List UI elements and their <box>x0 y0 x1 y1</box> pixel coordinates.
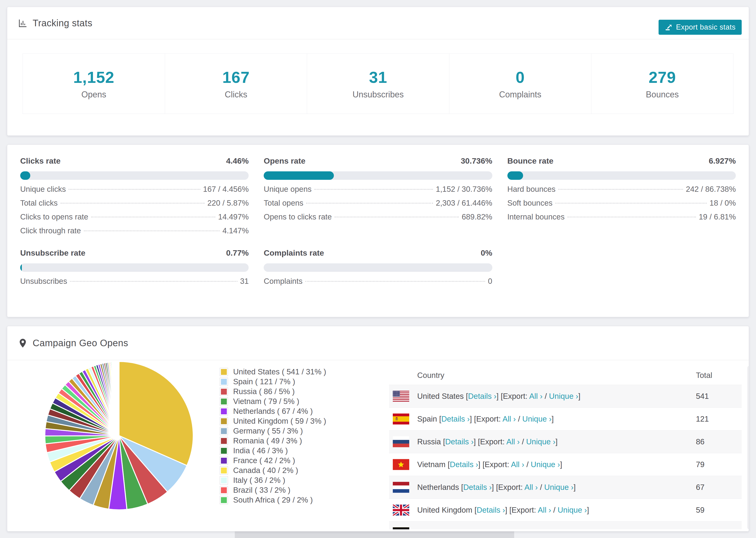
country-cell: United Kingdom [Details ›] [Export: All … <box>389 506 696 514</box>
legend-label: United Kingdom ( 59 / 3% ) <box>233 417 326 426</box>
export-all-link[interactable]: All › <box>524 483 538 492</box>
geo-header: Campaign Geo Opens <box>7 326 749 360</box>
rate-progress-track <box>264 171 492 180</box>
legend-item-india: India ( 46 / 3% ) <box>220 446 326 456</box>
total-cell: 121 <box>696 414 742 423</box>
rate-detail-value: 19 / 6.81% <box>699 212 736 222</box>
table-row-netherlands: Netherlands [Details ›] [Export: All › /… <box>389 476 742 499</box>
details-link[interactable]: Details › <box>450 460 478 469</box>
rate-detail-label: Unsubscribes <box>20 277 67 286</box>
rate-detail-value: 18 / 0% <box>710 198 736 208</box>
rate-block-unsubscribe-rate: Unsubscribe rate0.77%Unsubscribes31 <box>20 248 249 286</box>
rate-detail-rows: Unique opens1,152 / 30.736%Total opens2,… <box>264 185 492 222</box>
legend-swatch <box>220 388 228 396</box>
legend-label: United States ( 541 / 31% ) <box>233 367 326 376</box>
legend-swatch <box>220 378 228 386</box>
legend-item-brazil: Brazil ( 33 / 2% ) <box>220 485 326 495</box>
legend-item-south-africa: South Africa ( 29 / 2% ) <box>220 495 326 505</box>
dotted-leader <box>314 189 433 190</box>
legend-label: India ( 46 / 3% ) <box>233 446 288 455</box>
country-cell: Russia [Details ›] [Export: All › / Uniq… <box>389 437 696 446</box>
rate-value: 0% <box>481 248 492 257</box>
details-link[interactable]: Details › <box>468 392 496 401</box>
stat-tile-unsubscribes: 31Unsubscribes <box>307 54 449 114</box>
legend-swatch <box>220 457 228 465</box>
legend-label: Canada ( 40 / 2% ) <box>233 466 298 475</box>
rate-detail-row: Hard bounces242 / 86.738% <box>507 185 736 194</box>
legend-label: Brazil ( 33 / 2% ) <box>233 486 291 495</box>
table-body: United States [Details ›] [Export: All ›… <box>389 385 742 529</box>
rate-detail-label: Opens to clicks rate <box>264 212 332 222</box>
legend-item-united-kingdom: United Kingdom ( 59 / 3% ) <box>220 416 326 426</box>
export-all-link[interactable]: All › <box>538 506 551 514</box>
total-cell: 59 <box>696 506 742 514</box>
rate-detail-rows: Unique clicks167 / 4.456%Total clicks220… <box>20 185 249 236</box>
details-link[interactable]: Details › <box>477 506 505 514</box>
legend-label: France ( 42 / 2% ) <box>233 456 295 465</box>
rate-detail-value: 31 <box>240 277 249 286</box>
details-link[interactable]: Details › <box>445 437 473 446</box>
pie-legend: United States ( 541 / 31% )Spain ( 121 /… <box>220 367 326 505</box>
stat-value: 0 <box>515 68 525 86</box>
dotted-leader <box>335 217 459 217</box>
country-cell: Netherlands [Details ›] [Export: All › /… <box>389 483 696 492</box>
export-unique-link[interactable]: Unique › <box>526 437 556 446</box>
rate-block-complaints-rate: Complaints rate0%Complaints0 <box>264 248 492 286</box>
export-all-link[interactable]: All › <box>503 414 516 423</box>
export-all-link[interactable]: All › <box>511 460 524 469</box>
export-all-link[interactable]: All › <box>529 392 543 401</box>
legend-swatch <box>220 417 228 425</box>
rate-detail-label: Total clicks <box>20 198 58 208</box>
flag-gb-icon <box>393 505 409 516</box>
rate-title: Complaints rate <box>264 248 324 257</box>
table-scrollbar[interactable] <box>747 366 749 529</box>
table-row-vietnam: Vietnam [Details ›] [Export: All › / Uni… <box>389 453 742 476</box>
legend-item-germany: Germany ( 55 / 3% ) <box>220 426 326 436</box>
legend-swatch <box>220 427 228 435</box>
total-cell: 86 <box>696 437 742 446</box>
export-unique-link[interactable]: Unique › <box>531 460 560 469</box>
tracking-stats-card: Tracking stats Export basic stats 1,152O… <box>7 7 749 136</box>
flag-vn-icon <box>393 459 409 470</box>
export-unique-link[interactable]: Unique › <box>522 414 552 423</box>
rate-progress-fill <box>507 171 523 180</box>
rate-header: Unsubscribe rate0.77% <box>20 248 249 257</box>
flag-de-icon <box>393 527 409 529</box>
legend-swatch <box>220 437 228 445</box>
legend-label: Vietnam ( 79 / 5% ) <box>233 397 299 406</box>
export-all-link[interactable]: All › <box>507 437 520 446</box>
legend-item-vietnam: Vietnam ( 79 / 5% ) <box>220 397 326 406</box>
export-unique-link[interactable]: Unique › <box>558 506 587 514</box>
legend-item-canada: Canada ( 40 / 2% ) <box>220 465 326 475</box>
export-unique-link[interactable]: Unique › <box>544 483 573 492</box>
rate-detail-label: Unique clicks <box>20 185 66 194</box>
country-name: Netherlands <box>417 483 461 492</box>
rate-title: Unsubscribe rate <box>20 248 85 257</box>
rate-block-bounce-rate: Bounce rate6.927%Hard bounces242 / 86.73… <box>507 156 736 222</box>
stat-tile-complaints: 0Complaints <box>449 54 591 114</box>
country-name: Spain <box>417 414 439 423</box>
legend-label: South Africa ( 29 / 2% ) <box>233 496 313 505</box>
rate-detail-row: Soft bounces18 / 0% <box>507 198 736 208</box>
stat-label: Opens <box>81 90 106 99</box>
legend-swatch <box>220 486 228 494</box>
legend-swatch <box>220 496 228 504</box>
rate-detail-value: 4.147% <box>222 226 249 236</box>
rate-title: Opens rate <box>264 156 305 166</box>
column-header-country: Country <box>389 371 696 380</box>
rate-detail-rows: Unsubscribes31 <box>20 277 249 286</box>
stat-label: Unsubscribes <box>352 90 404 99</box>
legend-item-netherlands: Netherlands ( 67 / 4% ) <box>220 406 326 416</box>
dotted-leader <box>558 189 683 190</box>
export-basic-stats-button[interactable]: Export basic stats <box>659 20 742 35</box>
legend-item-spain: Spain ( 121 / 7% ) <box>220 377 326 387</box>
rate-detail-label: Unique opens <box>264 185 311 194</box>
export-unique-link[interactable]: Unique › <box>549 392 578 401</box>
details-link[interactable]: Details › <box>463 483 492 492</box>
column-header-total: Total <box>696 371 742 380</box>
rate-progress-fill <box>264 171 334 180</box>
stat-value: 279 <box>649 68 676 86</box>
country-cell: Vietnam [Details ›] [Export: All › / Uni… <box>389 460 696 469</box>
rate-detail-row: Total clicks220 / 5.87% <box>20 198 249 208</box>
details-link[interactable]: Details › <box>441 414 470 423</box>
